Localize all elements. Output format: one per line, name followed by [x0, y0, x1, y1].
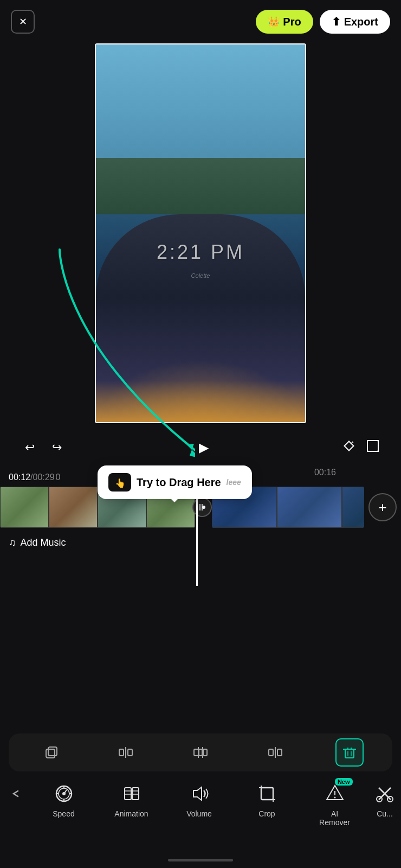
- svg-rect-33: [132, 788, 139, 800]
- export-label: Export: [344, 16, 378, 28]
- duplicate-button[interactable]: [37, 738, 66, 767]
- svg-text:👆: 👆: [115, 478, 126, 488]
- volume-icon: [187, 781, 212, 806]
- svg-rect-32: [125, 788, 131, 800]
- svg-rect-14: [199, 749, 202, 756]
- export-button[interactable]: ⬆ Export: [320, 10, 390, 34]
- close-icon: ✕: [19, 16, 27, 28]
- crop-icon: [255, 781, 280, 806]
- tab-cut-label: Cu...: [377, 809, 393, 818]
- sky-layer: [96, 44, 305, 177]
- tab-crop-label: Crop: [258, 809, 275, 818]
- svg-rect-8: [48, 747, 57, 756]
- svg-rect-11: [128, 749, 132, 756]
- split-center-button[interactable]: [186, 738, 215, 767]
- svg-rect-3: [367, 441, 378, 451]
- fullscreen-icon: [366, 439, 380, 456]
- svg-rect-16: [203, 749, 207, 756]
- add-music-row[interactable]: ♫ Add Music: [0, 537, 75, 548]
- play-icon: ▶: [199, 440, 209, 455]
- tab-ai-remover-label: AIRemover: [319, 809, 350, 827]
- thumbnail-blue-3: [342, 487, 364, 528]
- bottom-scroll-indicator: [168, 859, 233, 861]
- drag-tooltip-text: Try to Drag Here: [137, 476, 221, 489]
- timeline-marker-right: 00:16: [314, 468, 336, 477]
- svg-rect-12: [194, 749, 198, 756]
- new-badge: New: [335, 778, 353, 786]
- tab-animation[interactable]: Animation: [98, 781, 165, 818]
- top-bar: ✕ 👑 Pro ⬆ Export: [0, 0, 401, 43]
- tab-volume[interactable]: Volume: [165, 781, 233, 818]
- fullscreen-button[interactable]: [361, 436, 385, 459]
- svg-point-6: [202, 506, 205, 509]
- pro-button[interactable]: 👑 Pro: [256, 10, 313, 34]
- time-total: 00:29: [33, 473, 55, 482]
- time-extra: 0: [56, 473, 61, 482]
- svg-point-46: [334, 797, 335, 799]
- music-icon: ♫: [9, 537, 16, 548]
- pro-label: Pro: [283, 16, 301, 28]
- svg-text:+: +: [351, 440, 354, 445]
- time-current: 00:12: [9, 473, 30, 482]
- close-button[interactable]: ✕: [11, 10, 35, 34]
- tab-ai-remover[interactable]: New AIRemover: [301, 781, 368, 827]
- tab-chevron[interactable]: [0, 781, 30, 806]
- keyframe-button[interactable]: +: [337, 436, 361, 459]
- speed-icon: [51, 781, 76, 806]
- crown-icon: 👑: [268, 16, 280, 28]
- undo-button[interactable]: ↩: [16, 434, 43, 461]
- ai-remover-icon-wrapper: New: [322, 781, 347, 806]
- tab-speed-label: Speed: [53, 809, 74, 818]
- svg-rect-17: [269, 749, 273, 756]
- svg-rect-7: [46, 749, 55, 758]
- thumbnail-1: [0, 487, 49, 528]
- add-icon: +: [378, 499, 386, 516]
- drag-tooltip: 👆 Try to Drag Here leee: [98, 465, 252, 499]
- add-music-label: Add Music: [21, 537, 66, 548]
- svg-rect-19: [277, 749, 282, 756]
- tab-cut[interactable]: Cu...: [368, 781, 401, 818]
- tab-volume-label: Volume: [186, 809, 212, 818]
- split-left-button[interactable]: [112, 738, 140, 767]
- top-right-buttons: 👑 Pro ⬆ Export: [256, 10, 390, 34]
- teal-arrow: [49, 233, 195, 463]
- delete-button[interactable]: [335, 738, 364, 767]
- road-layer: [96, 158, 305, 214]
- undo-icon: ↩: [25, 441, 35, 455]
- svg-rect-39: [261, 788, 273, 800]
- svg-marker-38: [193, 787, 202, 800]
- keyframe-icon: +: [341, 438, 357, 457]
- thumbnail-blue-2: [277, 487, 342, 528]
- svg-rect-20: [345, 749, 354, 758]
- add-clip-button[interactable]: +: [368, 493, 397, 521]
- tab-animation-label: Animation: [114, 809, 148, 818]
- ai-remover-icon: New: [322, 781, 347, 806]
- thumbnail-2: [49, 487, 98, 528]
- split-icon[interactable]: [192, 497, 212, 517]
- drag-hand-icon: 👆: [108, 473, 131, 492]
- edit-toolbar: [9, 733, 392, 771]
- animation-icon: [119, 781, 144, 806]
- tab-crop[interactable]: Crop: [233, 781, 301, 818]
- upload-icon: ⬆: [332, 15, 341, 28]
- svg-marker-0: [187, 444, 195, 458]
- chevron-icon[interactable]: [3, 781, 28, 806]
- svg-rect-9: [119, 749, 124, 756]
- bottom-tabs: Speed Animation Volume: [0, 776, 401, 846]
- tab-speed[interactable]: Speed: [30, 781, 98, 818]
- drag-scribble: leee: [227, 478, 241, 487]
- split-right-button[interactable]: [261, 738, 289, 767]
- cut-icon: [372, 781, 397, 806]
